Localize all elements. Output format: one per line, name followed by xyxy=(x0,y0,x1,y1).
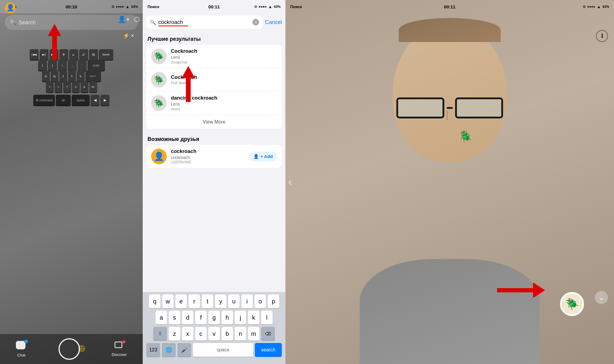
discover-badge xyxy=(122,340,125,343)
middle-status-icons: ⊙ ●●●● ▲ 63% xyxy=(254,4,281,9)
flash-area: ⚡ ✕ xyxy=(123,32,134,39)
chevron-down-icon: ⌄ xyxy=(598,293,604,302)
cancel-button[interactable]: Cancel xyxy=(265,19,282,25)
key-command: ⌘ command xyxy=(33,95,55,106)
shutter-button[interactable] xyxy=(58,338,80,360)
mid-loc-icon: ⊙ xyxy=(254,5,257,9)
friend-avatar: 👤 xyxy=(151,149,167,164)
r-signal: ●●●● xyxy=(587,5,595,8)
key-y[interactable]: y xyxy=(215,294,226,308)
friends-section: Возможные друзья 👤 cockroach cockroach U… xyxy=(143,131,285,168)
view-more-row[interactable]: View More xyxy=(146,115,282,129)
scan-icon[interactable]: ⬡ xyxy=(134,16,140,23)
search-input-wrap[interactable]: 🔍 cockroach × xyxy=(146,16,263,29)
mid-battery: 63% xyxy=(274,5,281,8)
key-m-lower[interactable]: m xyxy=(248,327,259,341)
result-source-3: david xyxy=(171,107,277,111)
avatar[interactable]: 👤 xyxy=(5,2,16,13)
globe-key[interactable]: 🌐 xyxy=(162,343,176,357)
chat-label: Chat xyxy=(17,353,25,357)
view-more-button[interactable]: View More xyxy=(203,119,225,125)
key-option: option xyxy=(72,95,90,106)
key-b: Б xyxy=(81,82,88,92)
lens-button[interactable]: 🪲 xyxy=(560,292,584,316)
key-d[interactable]: d xyxy=(182,311,193,324)
chat-nav-button[interactable]: Chat xyxy=(16,341,27,357)
key-x-lower[interactable]: x xyxy=(182,327,193,341)
result-info-1: Cockroach Lens Snapchat xyxy=(171,48,277,64)
key-f[interactable]: f xyxy=(195,311,207,324)
chat-icon-wrap xyxy=(16,341,27,352)
key-q[interactable]: q xyxy=(149,294,160,308)
key-sc: Щ xyxy=(51,71,58,82)
middle-time: 00:11 xyxy=(208,4,220,9)
kb-row-2: a s d f g h j k l xyxy=(144,311,284,324)
chat-bubble-icon xyxy=(16,341,25,349)
result-item-1[interactable]: 🪲 Cockroach Lens Snapchat xyxy=(146,45,282,68)
cockroach-icon-1: 🪲 xyxy=(154,52,164,61)
key-a[interactable]: a xyxy=(156,311,167,324)
key-right: ▶ xyxy=(100,95,109,106)
key-r[interactable]: r xyxy=(189,294,200,308)
key-s[interactable]: s xyxy=(169,311,180,324)
backspace-key[interactable]: ⌫ xyxy=(261,327,275,341)
info-button[interactable]: ℹ xyxy=(596,30,608,42)
add-friend-button[interactable]: 👤 + Add xyxy=(249,151,277,162)
key-j[interactable]: j xyxy=(235,311,246,324)
flash-icon[interactable]: ⚡ xyxy=(123,32,130,39)
key-p[interactable]: p xyxy=(268,294,279,308)
key-bracket1: [ xyxy=(38,60,47,71)
key-c-lower[interactable]: c xyxy=(195,327,207,341)
friend-item[interactable]: 👤 cockroach cockroach USERNAME 👤 + Add xyxy=(146,145,282,168)
nav-chevron-left[interactable]: ‹ xyxy=(288,176,292,188)
key-bslash: \ xyxy=(58,60,67,71)
lens-icon: 🪲 xyxy=(562,294,583,315)
key-i[interactable]: i xyxy=(241,294,253,308)
key-l: Л xyxy=(72,82,80,92)
mid-signal: ●●●● xyxy=(259,5,267,8)
key-k[interactable]: k xyxy=(248,311,259,324)
key-lt: < xyxy=(46,82,54,92)
glass-bridge xyxy=(447,107,453,109)
shift-key[interactable]: ⇧ xyxy=(153,327,167,341)
key-h[interactable]: h xyxy=(222,311,233,324)
key-w[interactable]: w xyxy=(162,294,174,308)
chevron-down-button[interactable]: ⌄ xyxy=(595,291,608,304)
key-n-lower[interactable]: n xyxy=(235,327,246,341)
clear-search-button[interactable]: × xyxy=(252,19,259,25)
results-scroll[interactable]: Лучшие результаты 🪲 Cockroach Lens Snapc… xyxy=(143,31,285,292)
space-key[interactable]: space xyxy=(193,343,253,357)
keyboard-visual: |◀◀ ▶|| ▶▶| 🔇 🔉 🔊 ⏻ delete [ ] \ ; ' ent… xyxy=(0,48,143,107)
key-h: Х xyxy=(68,71,76,82)
result-item-2[interactable]: 🪲 Cockroach Phil Walton xyxy=(146,68,282,91)
key-row-2: [ ] \ ; ' enter xyxy=(1,60,142,71)
key-u[interactable]: u xyxy=(228,294,240,308)
search-key[interactable]: search xyxy=(255,343,282,357)
key-g[interactable]: g xyxy=(208,311,220,324)
key-t[interactable]: t xyxy=(202,294,213,308)
search-icon-middle: 🔍 xyxy=(150,19,156,25)
result-source-2: Phil Walton xyxy=(171,81,277,85)
shirt xyxy=(360,259,540,364)
key-v-lower[interactable]: v xyxy=(208,327,220,341)
microphone-key[interactable]: 🎤 xyxy=(177,343,191,357)
left-location-icon: ⊙ xyxy=(112,5,114,9)
result-avatar-3: 🪲 xyxy=(151,95,167,111)
friends-header: Возможные друзья xyxy=(143,131,285,145)
close-icon[interactable]: ✕ xyxy=(131,33,134,38)
discover-nav-button[interactable]: Discover xyxy=(112,342,127,357)
key-e[interactable]: e xyxy=(175,294,187,308)
hair xyxy=(399,18,501,42)
friend-username: cockroach xyxy=(171,155,245,160)
key-z-lower[interactable]: z xyxy=(169,327,180,341)
key-vol: 🔉 xyxy=(69,49,78,60)
result-source-1: Snapchat xyxy=(171,60,277,64)
key-b-lower[interactable]: b xyxy=(222,327,233,341)
arrow-right-shaft xyxy=(497,288,533,292)
result-item-3[interactable]: 🪲 dancing cockroach Lens david xyxy=(146,91,282,115)
kb-row-1: q w e r t y u i o p xyxy=(144,294,284,308)
add-friend-icon[interactable]: 👤+ xyxy=(118,16,130,23)
key-l[interactable]: l xyxy=(261,311,273,324)
numbers-key[interactable]: 123 xyxy=(146,343,160,357)
key-o[interactable]: o xyxy=(255,294,266,308)
